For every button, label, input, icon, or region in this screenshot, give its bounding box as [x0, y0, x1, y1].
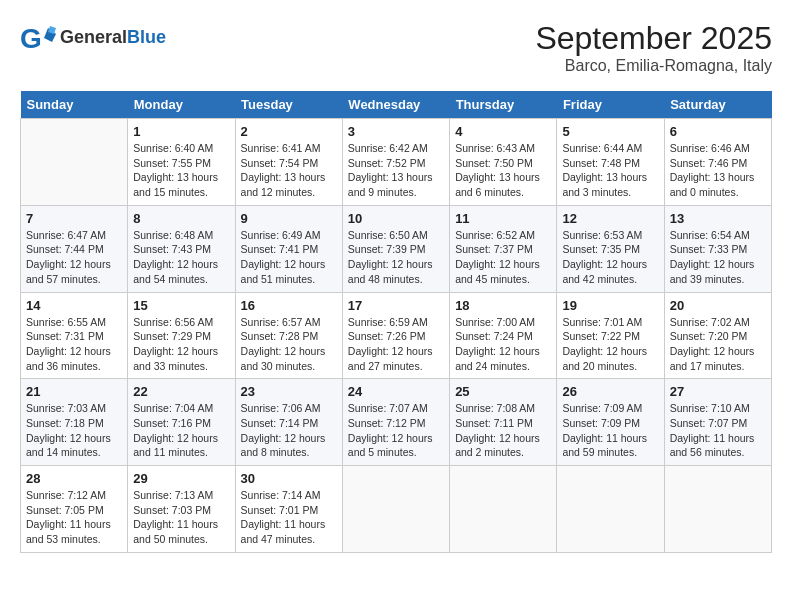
day-number: 24 [348, 384, 444, 399]
calendar-cell: 28Sunrise: 7:12 AM Sunset: 7:05 PM Dayli… [21, 466, 128, 553]
day-info: Sunrise: 6:53 AM Sunset: 7:35 PM Dayligh… [562, 228, 658, 287]
calendar-cell: 24Sunrise: 7:07 AM Sunset: 7:12 PM Dayli… [342, 379, 449, 466]
day-info: Sunrise: 6:56 AM Sunset: 7:29 PM Dayligh… [133, 315, 229, 374]
day-number: 4 [455, 124, 551, 139]
day-info: Sunrise: 6:49 AM Sunset: 7:41 PM Dayligh… [241, 228, 337, 287]
logo-icon: G [20, 20, 56, 56]
day-number: 26 [562, 384, 658, 399]
calendar-cell: 13Sunrise: 6:54 AM Sunset: 7:33 PM Dayli… [664, 205, 771, 292]
day-info: Sunrise: 6:54 AM Sunset: 7:33 PM Dayligh… [670, 228, 766, 287]
calendar-cell: 26Sunrise: 7:09 AM Sunset: 7:09 PM Dayli… [557, 379, 664, 466]
day-number: 25 [455, 384, 551, 399]
day-info: Sunrise: 7:01 AM Sunset: 7:22 PM Dayligh… [562, 315, 658, 374]
calendar-cell: 7Sunrise: 6:47 AM Sunset: 7:44 PM Daylig… [21, 205, 128, 292]
day-number: 2 [241, 124, 337, 139]
day-info: Sunrise: 6:57 AM Sunset: 7:28 PM Dayligh… [241, 315, 337, 374]
calendar-cell: 15Sunrise: 6:56 AM Sunset: 7:29 PM Dayli… [128, 292, 235, 379]
calendar-cell [664, 466, 771, 553]
calendar-cell: 22Sunrise: 7:04 AM Sunset: 7:16 PM Dayli… [128, 379, 235, 466]
weekday-header-sunday: Sunday [21, 91, 128, 119]
day-number: 16 [241, 298, 337, 313]
calendar-cell: 1Sunrise: 6:40 AM Sunset: 7:55 PM Daylig… [128, 119, 235, 206]
calendar-cell [21, 119, 128, 206]
calendar-cell: 30Sunrise: 7:14 AM Sunset: 7:01 PM Dayli… [235, 466, 342, 553]
day-info: Sunrise: 6:40 AM Sunset: 7:55 PM Dayligh… [133, 141, 229, 200]
day-info: Sunrise: 6:48 AM Sunset: 7:43 PM Dayligh… [133, 228, 229, 287]
day-info: Sunrise: 7:12 AM Sunset: 7:05 PM Dayligh… [26, 488, 122, 547]
day-info: Sunrise: 6:55 AM Sunset: 7:31 PM Dayligh… [26, 315, 122, 374]
day-info: Sunrise: 7:02 AM Sunset: 7:20 PM Dayligh… [670, 315, 766, 374]
calendar-cell: 6Sunrise: 6:46 AM Sunset: 7:46 PM Daylig… [664, 119, 771, 206]
day-number: 28 [26, 471, 122, 486]
day-number: 11 [455, 211, 551, 226]
day-number: 22 [133, 384, 229, 399]
day-number: 5 [562, 124, 658, 139]
calendar-cell: 19Sunrise: 7:01 AM Sunset: 7:22 PM Dayli… [557, 292, 664, 379]
day-number: 19 [562, 298, 658, 313]
title-area: September 2025 Barco, Emilia-Romagna, It… [535, 20, 772, 75]
month-title: September 2025 [535, 20, 772, 57]
day-info: Sunrise: 6:42 AM Sunset: 7:52 PM Dayligh… [348, 141, 444, 200]
weekday-header-saturday: Saturday [664, 91, 771, 119]
calendar-week-row: 1Sunrise: 6:40 AM Sunset: 7:55 PM Daylig… [21, 119, 772, 206]
calendar-cell: 14Sunrise: 6:55 AM Sunset: 7:31 PM Dayli… [21, 292, 128, 379]
weekday-header-tuesday: Tuesday [235, 91, 342, 119]
day-info: Sunrise: 6:59 AM Sunset: 7:26 PM Dayligh… [348, 315, 444, 374]
day-number: 15 [133, 298, 229, 313]
day-info: Sunrise: 6:46 AM Sunset: 7:46 PM Dayligh… [670, 141, 766, 200]
calendar-cell: 2Sunrise: 6:41 AM Sunset: 7:54 PM Daylig… [235, 119, 342, 206]
day-number: 18 [455, 298, 551, 313]
day-number: 13 [670, 211, 766, 226]
day-number: 3 [348, 124, 444, 139]
calendar-cell: 29Sunrise: 7:13 AM Sunset: 7:03 PM Dayli… [128, 466, 235, 553]
day-number: 14 [26, 298, 122, 313]
calendar-cell: 21Sunrise: 7:03 AM Sunset: 7:18 PM Dayli… [21, 379, 128, 466]
day-info: Sunrise: 6:44 AM Sunset: 7:48 PM Dayligh… [562, 141, 658, 200]
day-info: Sunrise: 6:41 AM Sunset: 7:54 PM Dayligh… [241, 141, 337, 200]
day-number: 30 [241, 471, 337, 486]
calendar-cell: 11Sunrise: 6:52 AM Sunset: 7:37 PM Dayli… [450, 205, 557, 292]
weekday-header-wednesday: Wednesday [342, 91, 449, 119]
calendar-cell: 20Sunrise: 7:02 AM Sunset: 7:20 PM Dayli… [664, 292, 771, 379]
calendar-cell [557, 466, 664, 553]
day-info: Sunrise: 7:13 AM Sunset: 7:03 PM Dayligh… [133, 488, 229, 547]
day-info: Sunrise: 7:00 AM Sunset: 7:24 PM Dayligh… [455, 315, 551, 374]
calendar-cell: 17Sunrise: 6:59 AM Sunset: 7:26 PM Dayli… [342, 292, 449, 379]
day-info: Sunrise: 7:09 AM Sunset: 7:09 PM Dayligh… [562, 401, 658, 460]
day-number: 6 [670, 124, 766, 139]
day-number: 8 [133, 211, 229, 226]
logo: G GeneralBlue [20, 20, 166, 56]
svg-text:G: G [20, 23, 42, 54]
calendar-cell: 3Sunrise: 6:42 AM Sunset: 7:52 PM Daylig… [342, 119, 449, 206]
calendar-cell: 8Sunrise: 6:48 AM Sunset: 7:43 PM Daylig… [128, 205, 235, 292]
page-header: G GeneralBlue September 2025 Barco, Emil… [20, 20, 772, 75]
calendar-week-row: 7Sunrise: 6:47 AM Sunset: 7:44 PM Daylig… [21, 205, 772, 292]
day-number: 10 [348, 211, 444, 226]
day-info: Sunrise: 6:47 AM Sunset: 7:44 PM Dayligh… [26, 228, 122, 287]
day-number: 23 [241, 384, 337, 399]
calendar-cell: 9Sunrise: 6:49 AM Sunset: 7:41 PM Daylig… [235, 205, 342, 292]
calendar-table: SundayMondayTuesdayWednesdayThursdayFrid… [20, 91, 772, 553]
day-info: Sunrise: 6:43 AM Sunset: 7:50 PM Dayligh… [455, 141, 551, 200]
day-number: 21 [26, 384, 122, 399]
day-number: 12 [562, 211, 658, 226]
day-number: 9 [241, 211, 337, 226]
calendar-cell: 16Sunrise: 6:57 AM Sunset: 7:28 PM Dayli… [235, 292, 342, 379]
day-number: 7 [26, 211, 122, 226]
day-info: Sunrise: 7:04 AM Sunset: 7:16 PM Dayligh… [133, 401, 229, 460]
weekday-header-monday: Monday [128, 91, 235, 119]
day-number: 1 [133, 124, 229, 139]
calendar-body: 1Sunrise: 6:40 AM Sunset: 7:55 PM Daylig… [21, 119, 772, 553]
calendar-week-row: 28Sunrise: 7:12 AM Sunset: 7:05 PM Dayli… [21, 466, 772, 553]
calendar-cell: 4Sunrise: 6:43 AM Sunset: 7:50 PM Daylig… [450, 119, 557, 206]
calendar-header-row: SundayMondayTuesdayWednesdayThursdayFrid… [21, 91, 772, 119]
day-number: 20 [670, 298, 766, 313]
calendar-week-row: 21Sunrise: 7:03 AM Sunset: 7:18 PM Dayli… [21, 379, 772, 466]
logo-general-text: General [60, 27, 127, 47]
calendar-cell: 5Sunrise: 6:44 AM Sunset: 7:48 PM Daylig… [557, 119, 664, 206]
day-number: 29 [133, 471, 229, 486]
day-info: Sunrise: 7:03 AM Sunset: 7:18 PM Dayligh… [26, 401, 122, 460]
calendar-cell: 18Sunrise: 7:00 AM Sunset: 7:24 PM Dayli… [450, 292, 557, 379]
day-info: Sunrise: 6:52 AM Sunset: 7:37 PM Dayligh… [455, 228, 551, 287]
calendar-cell: 27Sunrise: 7:10 AM Sunset: 7:07 PM Dayli… [664, 379, 771, 466]
